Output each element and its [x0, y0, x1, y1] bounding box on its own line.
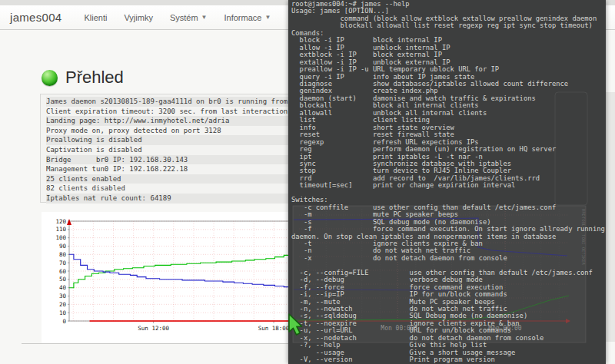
status-line: Iptables nat rule count: 64189 [46, 194, 301, 204]
status-ok-icon [42, 70, 58, 86]
brand-james004[interactable]: james004 [10, 11, 62, 24]
nav-item-label: Vyjimky [124, 13, 152, 22]
status-line: Captivation is disabled [46, 145, 301, 155]
svg-text:90: 90 [59, 243, 67, 250]
status-line: Proxy mode on, proxy detected on port 31… [46, 126, 301, 136]
page-heading: Přehled [42, 68, 124, 88]
mouse-cursor-icon [288, 313, 306, 338]
svg-text:40: 40 [59, 284, 67, 291]
svg-text:Sun 18:00: Sun 18:00 [258, 325, 290, 332]
status-line: Preallowing is disabled [46, 135, 301, 145]
terminal-output[interactable]: root@james004:~# james --help Usage: jam… [291, 1, 605, 364]
svg-text:80: 80 [59, 251, 67, 258]
nav-item-informace[interactable]: Informace ▼ [216, 13, 280, 22]
page-right-margin [604, 92, 615, 342]
footer-divider [22, 343, 292, 344]
status-line: 25 clients enabled [46, 174, 301, 184]
status-line: Management tun0 IP: 192.168.222.18 [46, 164, 301, 174]
status-line: Landing page: http://www.inmyhotel.net/a… [46, 116, 301, 126]
status-line: Client expiration timeout: 3200 sec. fro… [46, 107, 301, 117]
nav-item-label: Klienti [84, 13, 107, 22]
svg-text:120: 120 [55, 218, 66, 225]
nav-item-label: Informace [224, 13, 262, 22]
chevron-down-icon: ▼ [264, 15, 271, 21]
svg-text:60: 60 [59, 268, 67, 275]
status-line: 82 clients disabled [46, 184, 301, 194]
svg-text:70: 70 [59, 260, 67, 266]
clients-rrd-chart: 0102030405060708090100110120Sun 12:00Sun… [42, 212, 300, 344]
svg-text:100: 100 [55, 234, 66, 241]
nav-item-system[interactable]: Systém ▼ [161, 13, 216, 22]
svg-text:110: 110 [55, 226, 66, 233]
terminal-window[interactable]: Mon 00:00Mon 06:00RRDTOOL / TOBI OETIKER… [288, 0, 606, 364]
chevron-down-icon: ▼ [201, 15, 208, 21]
svg-text:Sun 12:00: Sun 12:00 [138, 325, 169, 332]
svg-text:50: 50 [59, 276, 67, 283]
svg-text:10: 10 [59, 309, 67, 316]
daemon-status-panel: James daemon s20130815-189-gaa4111d on b… [40, 94, 302, 203]
svg-text:20: 20 [59, 301, 67, 308]
nav-item-vyjimky[interactable]: Vyjimky [115, 13, 161, 22]
status-line: Bridge br0 IP: 192.168.30.143 [46, 155, 301, 165]
svg-text:0: 0 [62, 318, 66, 325]
svg-text:30: 30 [59, 293, 67, 299]
status-line: James daemon s20130815-189-gaa4111d on b… [46, 97, 301, 107]
nav-item-klienti[interactable]: Klienti [75, 13, 115, 22]
page-title: Přehled [65, 68, 124, 88]
nav-item-label: Systém [170, 13, 198, 22]
